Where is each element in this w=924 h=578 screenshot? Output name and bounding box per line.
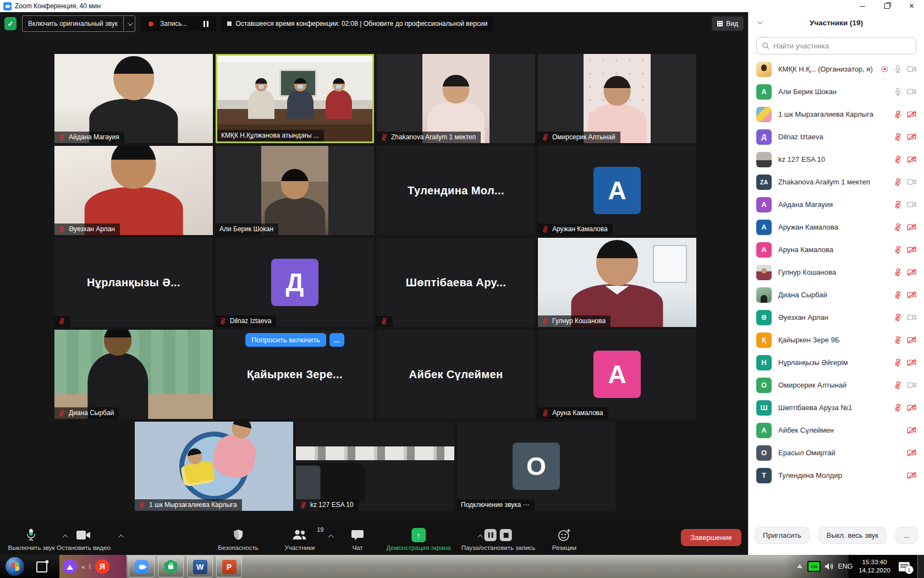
original-sound-dropdown[interactable] [124,22,135,26]
participant-row[interactable]: КМҚК Н.Қ... (Организатор, я) [749,58,924,80]
video-tile[interactable]: КМҚК Н.Құлжанова атындағы ... [216,54,374,143]
participants-button[interactable]: 19 Участники [285,527,315,551]
original-sound-label: Включить оригинальный звук [23,20,123,28]
participant-row[interactable]: kz 127 ESA 10 [749,148,924,171]
tray-expand-icon[interactable] [793,555,806,578]
video-tile[interactable]: Қайыркен Зере...Попросить включить... [216,330,374,419]
reactions-button[interactable]: Реакции [552,527,576,551]
yandex-browser-icon[interactable]: Я [95,559,109,574]
participant-row[interactable]: ААйбек Сүлеймен [749,419,924,441]
participant-status-icons [894,336,916,344]
taskbar-kaspersky-app[interactable] [158,556,184,577]
chat-button[interactable]: Чат [351,527,364,551]
participant-row[interactable]: ШШөптібаева Аруза №1 [749,396,924,419]
participant-row[interactable]: Гулнур Кошанова [749,261,924,283]
participant-row[interactable]: 1 шк Мырзағалиева Карлыга [749,103,924,126]
taskbar-zoom-app[interactable] [129,556,155,577]
mute-all-button[interactable]: Выкл. весь звук [818,527,887,544]
participant-row[interactable]: ДDilnaz Iztaeva [749,126,924,148]
participant-row[interactable]: ААли Берик Шокан [749,80,924,103]
end-meeting-button[interactable]: Завершение [681,529,741,546]
participant-row[interactable]: ТТулендина Молдир [749,464,924,487]
taskbar-powerpoint-app[interactable]: P [216,556,242,577]
pause-glyph-icon[interactable]: ‖ [89,563,91,571]
participant-status-icons [907,471,916,479]
tray-language-indicator[interactable]: ENG [836,555,855,578]
tray-clock[interactable]: 15:33:40 14.12.2020 [856,555,893,578]
video-tile[interactable]: Тулендина Мол... [377,146,535,235]
panel-collapse-icon[interactable] [757,19,763,24]
encryption-shield-icon[interactable]: ✓ [4,17,16,30]
participant-row[interactable]: ZAZhakanova Arailym 1 мектеп [749,171,924,193]
view-button[interactable]: Вид [712,17,744,31]
participant-row[interactable]: ҚҚайыркен Зере 9Б [749,329,924,351]
video-tile[interactable]: 1 шк Мырзағалиева Карлыга [135,422,293,511]
video-tile[interactable]: Нұрланқызы Ә... [54,238,213,327]
participant-name: Диана Сырбай [778,291,887,299]
participant-name: Dilnaz Iztaeva [778,133,887,141]
start-button[interactable] [6,557,24,576]
back-arrow-icon[interactable]: ◂ [81,563,85,571]
ask-more-button[interactable]: ... [329,333,344,347]
video-feed [261,146,328,235]
minimize-button[interactable] [850,0,875,12]
tray-keyboard-on-icon[interactable]: ON [806,555,822,578]
participant-row[interactable]: ААйдана Магауия [749,193,924,216]
participant-row[interactable]: ООмирсерик Алтынай [749,374,924,396]
search-participant-input[interactable]: Найти участника [756,37,916,54]
participants-caret[interactable] [329,533,333,539]
participant-row[interactable]: ОЕрасыл Омиртай [749,441,924,464]
video-tile[interactable]: Омирсерик Алтынай [538,54,696,143]
tile-name-chip: Әуезхан Арлан [54,223,120,235]
video-tile[interactable]: ОПодключение звука ⋯ [457,422,615,511]
camera-icon [907,200,916,209]
original-sound-button[interactable]: Включить оригинальный звук [22,15,135,32]
video-tile[interactable]: Айбек Сүлеймен [377,330,535,419]
restore-button[interactable] [875,0,899,12]
tray-notification-icon[interactable]: 1 [897,555,912,578]
mute-button[interactable]: Выключить звук [8,527,55,551]
video-tile[interactable]: А Аруна Камалова [538,330,696,419]
video-tile[interactable]: Шөптібаева Ару... [377,238,535,327]
stop-video-button[interactable]: Остановить видео [57,527,111,551]
snipping-tool-icon[interactable] [36,561,47,572]
video-tile[interactable]: Zhakanova Arailym 1 мектеп [377,54,535,143]
video-options-caret[interactable] [120,533,124,539]
video-tile[interactable]: Айдана Магауия [54,54,213,143]
video-tile[interactable]: kz 127 ESA 10 [296,422,454,511]
tray-volume-icon[interactable] [822,555,837,578]
participant-row[interactable]: Диана Сырбай [749,283,924,306]
participant-row[interactable]: ААружан Камалова [749,216,924,238]
security-button[interactable]: Безопасность [218,527,258,551]
recording-label: Запись... [160,20,187,28]
mic-muted-icon [58,410,65,417]
pause-recording-icon[interactable] [204,21,208,27]
participant-row[interactable]: ННұрланқызы Әйгерім [749,351,924,374]
video-tile[interactable]: Диана Сырбай [54,330,213,419]
participant-name: Айбек Сүлеймен [377,330,535,419]
ask-unmute-button[interactable]: Попросить включить [245,333,326,347]
participant-name: Аруна Камалова [778,246,887,254]
participant-row[interactable]: ААруна Камалова [749,238,924,261]
window-title: Zoom Конференция, 40 мин [15,2,101,10]
pause-stop-record-button[interactable]: Пауза/остановить запись [461,527,536,551]
share-screen-button[interactable]: ↑ Демонстрация экрана [386,527,451,551]
mic-muted-icon [542,318,549,325]
video-tile[interactable]: А Аружан Камалова [538,146,696,235]
video-tile[interactable]: Али Берик Шокан [216,146,374,235]
meeting-timer[interactable]: Оставшееся время конференции: 02:08 | Об… [222,16,493,31]
participant-row[interactable]: ӘӘуезхан Арлан [749,306,924,329]
alice-assistant-icon[interactable] [63,559,77,574]
more-options-button[interactable]: ... [895,527,918,544]
video-tile[interactable]: Әуезхан Арлан [54,146,213,235]
meeting-topbar: ✓ Включить оригинальный звук Запись... О… [4,15,744,32]
tile-name-chip: kz 127 ESA 10 [296,499,359,511]
show-desktop-button[interactable] [917,555,924,578]
invite-button[interactable]: Пригласить [755,527,810,544]
video-tile[interactable]: Д Dilnaz Iztaeva [216,238,374,327]
participant-status-icons [894,155,916,163]
taskbar-word-app[interactable]: W [187,556,213,577]
close-button[interactable]: ✕ [899,0,924,12]
video-tile[interactable]: Гулнур Кошанова [538,238,696,327]
recording-indicator-icon [881,65,889,73]
